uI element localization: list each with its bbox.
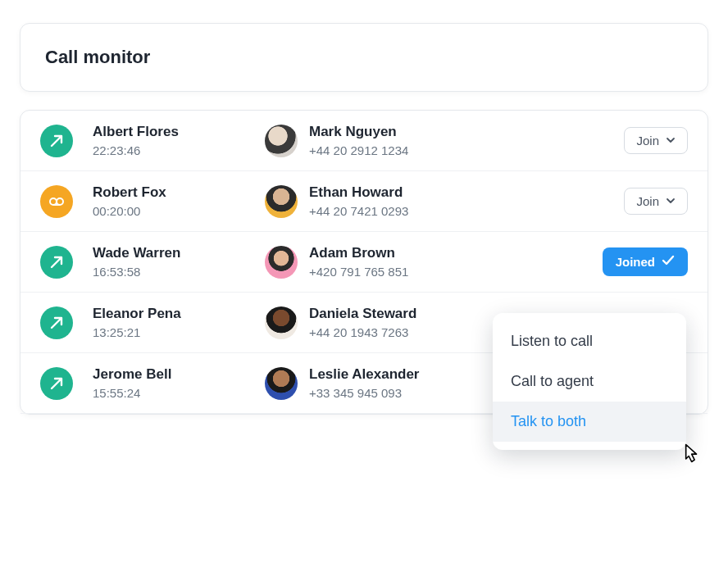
status-icon-col [40,306,93,339]
chevron-down-icon [666,194,676,208]
call-row: Robert Fox00:20:00Ethan Howard+44 20 742… [20,171,708,232]
agent-name: Eleanor Pena [93,306,265,322]
call-duration: 22:23:46 [93,143,265,157]
call-duration: 00:20:00 [93,204,265,218]
avatar [265,185,298,218]
joined-button-label: Joined [616,255,655,269]
outbound-arrow-icon [40,367,73,400]
dropdown-item[interactable]: Talk to both [493,402,686,442]
contact-name: Daniela Steward [309,306,416,322]
contact-text: Adam Brown+420 791 765 851 [309,245,408,279]
agent-name: Jerome Bell [93,366,265,383]
dropdown-item[interactable]: Listen to call [493,321,686,361]
call-list: Albert Flores22:23:46Mark Nguyen+44 20 2… [20,110,708,415]
contact-info: Mark Nguyen+44 20 2912 1234 [265,124,589,157]
agent-info: Wade Warren16:53:58 [93,245,265,279]
dropdown-item[interactable]: Call to agent [493,361,686,402]
call-duration: 16:53:58 [93,265,265,279]
status-icon-col [40,367,93,400]
join-button[interactable]: Join [624,188,688,215]
contact-info: Adam Brown+420 791 765 851 [265,245,589,279]
status-icon-col [40,185,93,218]
contact-name: Mark Nguyen [309,124,408,140]
outbound-arrow-icon [40,125,73,157]
action-col: Joined [589,247,688,276]
join-button[interactable]: Join [624,127,688,154]
outbound-arrow-icon [40,306,73,339]
call-row: Wade Warren16:53:58Adam Brown+420 791 76… [20,232,708,293]
contact-text: Ethan Howard+44 20 7421 0293 [309,184,408,218]
avatar [265,125,298,157]
agent-name: Robert Fox [93,184,265,201]
contact-phone: +420 791 765 851 [309,265,408,279]
call-duration: 15:55:24 [93,386,265,400]
contact-phone: +33 345 945 093 [309,386,420,400]
avatar [265,306,298,339]
avatar [265,367,298,400]
join-button-label: Join [636,194,659,208]
join-button-label: Join [636,134,659,148]
header-card: Call monitor [20,23,708,92]
call-duration: 13:25:21 [93,325,265,339]
contact-name: Ethan Howard [309,184,408,201]
contact-phone: +44 20 2912 1234 [309,143,408,157]
voicemail-icon [40,185,73,218]
join-dropdown-menu: Listen to callCall to agentTalk to both [493,313,686,450]
action-col: Join [589,127,688,154]
pointer-cursor-icon [676,442,699,465]
action-col: Join [589,188,688,215]
contact-text: Mark Nguyen+44 20 2912 1234 [309,124,408,157]
check-icon [662,254,675,270]
contact-text: Leslie Alexander+33 345 945 093 [309,366,420,400]
contact-info: Ethan Howard+44 20 7421 0293 [265,184,589,218]
agent-info: Robert Fox00:20:00 [93,184,265,218]
status-icon-col [40,246,93,279]
agent-info: Jerome Bell15:55:24 [93,366,265,400]
agent-info: Eleanor Pena13:25:21 [93,306,265,339]
contact-phone: +44 20 7421 0293 [309,204,408,218]
chevron-down-icon [666,134,676,148]
agent-name: Wade Warren [93,245,265,261]
contact-text: Daniela Steward+44 20 1943 7263 [309,306,416,339]
avatar [265,246,298,279]
contact-name: Leslie Alexander [309,366,420,383]
contact-phone: +44 20 1943 7263 [309,325,416,339]
contact-name: Adam Brown [309,245,408,261]
outbound-arrow-icon [40,246,73,279]
agent-info: Albert Flores22:23:46 [93,124,265,157]
status-icon-col [40,125,93,157]
call-row: Albert Flores22:23:46Mark Nguyen+44 20 2… [20,111,708,171]
page-title: Call monitor [45,47,683,68]
agent-name: Albert Flores [93,124,265,140]
joined-button[interactable]: Joined [603,247,688,276]
